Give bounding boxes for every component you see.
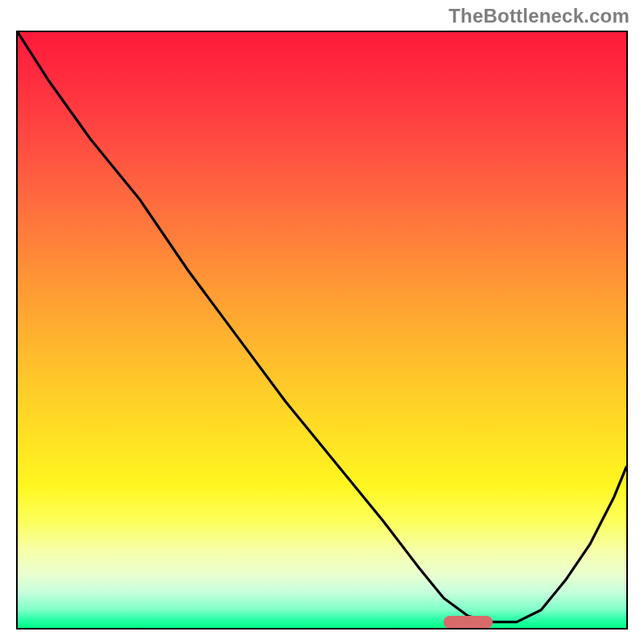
optimal-range-marker (444, 616, 492, 629)
watermark-text: TheBottleneck.com (448, 5, 630, 27)
plot-frame (16, 31, 628, 630)
bottleneck-curve (18, 32, 626, 628)
chart-container: TheBottleneck.com (0, 0, 644, 644)
